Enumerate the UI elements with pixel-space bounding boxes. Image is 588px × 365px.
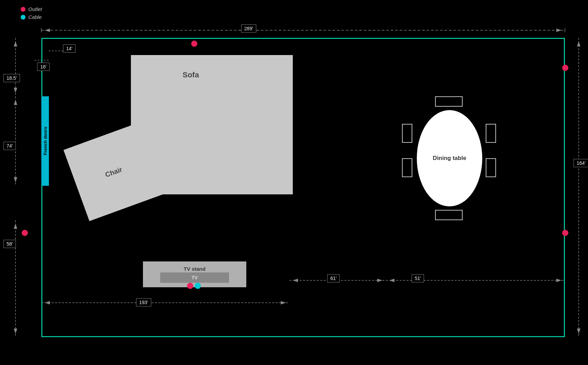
outlet-bottom-tv — [187, 283, 193, 289]
dining-chair-right1 — [486, 124, 496, 143]
outlet-right-bottom — [562, 230, 568, 236]
outlet-top-center — [191, 41, 197, 47]
tv: TV — [160, 272, 229, 283]
dim-74: 74' — [3, 143, 16, 149]
svg-marker-6 — [14, 41, 17, 46]
dining-chair-left1 — [402, 124, 412, 143]
dining-chair-right2 — [486, 158, 496, 177]
outlet-dot-icon — [21, 7, 25, 12]
dining-chair-bottom — [435, 210, 463, 220]
dining-table: Dining table — [417, 110, 482, 206]
dim-164: 164' — [574, 160, 588, 166]
dim-14: 14' — [63, 45, 75, 52]
svg-marker-7 — [14, 88, 17, 93]
legend: Outlet Cable — [21, 6, 42, 20]
dining-chair-top — [435, 96, 463, 107]
svg-marker-12 — [14, 224, 17, 229]
svg-marker-3 — [45, 29, 50, 32]
svg-marker-13 — [14, 329, 17, 334]
svg-marker-9 — [14, 100, 17, 105]
cable-legend-label: Cable — [28, 14, 42, 20]
sofa-main — [131, 55, 293, 115]
cable-dot-icon — [21, 15, 25, 20]
outlet-legend-label: Outlet — [28, 6, 42, 12]
dim-58: 58' — [3, 241, 16, 247]
dim-289: 289' — [241, 25, 256, 32]
svg-marker-15 — [577, 41, 580, 46]
chair-label: Chair — [104, 165, 123, 179]
dim-61: 61' — [327, 275, 340, 281]
cable-legend-item: Cable — [21, 14, 42, 20]
dim-193: 193' — [136, 299, 151, 305]
sofa-label: Sofa — [183, 71, 199, 79]
cable-bottom-tv — [195, 283, 201, 289]
dim-185: 18.5' — [3, 75, 20, 81]
tv-stand: TV stand TV — [143, 261, 246, 287]
svg-marker-4 — [556, 29, 561, 32]
dining-table-label: Dining table — [433, 154, 466, 162]
french-doors: French doors — [41, 96, 49, 186]
dim-51: 51' — [412, 275, 424, 281]
outlet-legend-item: Outlet — [21, 6, 42, 12]
dining-chair-left2 — [402, 158, 412, 177]
svg-marker-16 — [577, 329, 580, 334]
svg-marker-10 — [14, 177, 17, 182]
outlet-right-top — [562, 65, 568, 71]
outlet-left-bottom — [22, 230, 28, 236]
tv-label: TV — [192, 275, 198, 280]
french-doors-label: French doors — [43, 127, 48, 155]
tvstand-label: TV stand — [184, 266, 205, 272]
dim-16: 16' — [37, 64, 50, 70]
